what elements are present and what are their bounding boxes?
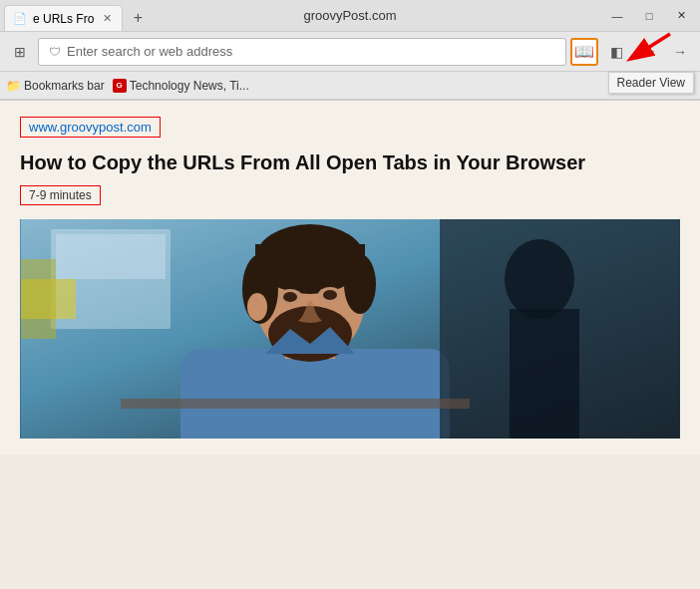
window-controls: — □ ✕	[602, 5, 696, 27]
folder-icon: 📁	[6, 79, 21, 93]
reader-view-tooltip: Reader View	[608, 72, 694, 94]
more-icon: ⋯	[641, 44, 655, 60]
close-button[interactable]: ✕	[666, 5, 696, 27]
svg-point-15	[344, 254, 376, 314]
forward-icon: →	[673, 44, 687, 60]
reader-view-button[interactable]: 📖	[570, 38, 598, 66]
tab-title: e URLs Fro	[33, 12, 94, 26]
svg-point-23	[505, 239, 574, 319]
more-button[interactable]: ⋯	[634, 38, 662, 66]
grid-button[interactable]: ⊞	[6, 38, 34, 66]
shield-icon: 🛡	[49, 45, 61, 59]
reader-view-icon: 📖	[574, 42, 594, 61]
sidebar-button[interactable]: ◧	[602, 38, 630, 66]
site-favicon: G	[113, 79, 127, 93]
maximize-button[interactable]: □	[634, 5, 664, 27]
svg-rect-24	[510, 309, 579, 439]
navigation-bar: ⊞ 🛡 Enter search or web address 📖 Reader…	[0, 32, 700, 72]
bookmarks-bar-label[interactable]: 📁 Bookmarks bar	[6, 79, 105, 93]
tab-close-button[interactable]: ✕	[100, 12, 114, 26]
svg-rect-7	[21, 259, 56, 339]
bookmark-site-label: Technology News, Ti...	[130, 79, 249, 93]
site-url-badge[interactable]: www.groovypost.com	[20, 117, 161, 138]
bookmarks-bar: 📁 Bookmarks bar G Technology News, Ti...	[0, 72, 700, 100]
new-tab-button[interactable]: +	[125, 5, 151, 31]
bookmarks-bar-text: Bookmarks bar	[24, 79, 105, 93]
svg-rect-9	[180, 349, 450, 439]
svg-point-20	[323, 290, 337, 300]
active-tab[interactable]: 📄 e URLs Fro ✕	[4, 5, 123, 31]
bookmark-site[interactable]: G Technology News, Ti...	[113, 79, 249, 93]
reading-time-badge: 7-9 minutes	[20, 185, 101, 205]
article-title: How to Copy the URLs From All Open Tabs …	[20, 149, 680, 175]
sidebar-icon: ◧	[610, 44, 623, 60]
toolbar-actions: 📖 Reader View ◧ ⋯ →	[570, 38, 694, 66]
grid-icon: ⊞	[14, 44, 26, 60]
forward-button[interactable]: →	[666, 38, 694, 66]
svg-rect-25	[121, 399, 470, 409]
article-image-svg	[20, 219, 680, 439]
address-text: Enter search or web address	[67, 44, 232, 59]
tab-favicon: 📄	[13, 12, 27, 25]
minimize-button[interactable]: —	[602, 5, 632, 27]
svg-point-21	[247, 293, 267, 321]
tab-bar: 📄 e URLs Fro ✕ +	[4, 0, 602, 31]
title-bar: 📄 e URLs Fro ✕ + groovyPost.com — □ ✕	[0, 0, 700, 32]
svg-point-19	[283, 292, 297, 302]
svg-rect-5	[56, 234, 166, 279]
page-content: www.groovypost.com How to Copy the URLs …	[0, 101, 700, 454]
address-bar[interactable]: 🛡 Enter search or web address	[38, 38, 566, 66]
article-image	[20, 219, 680, 439]
